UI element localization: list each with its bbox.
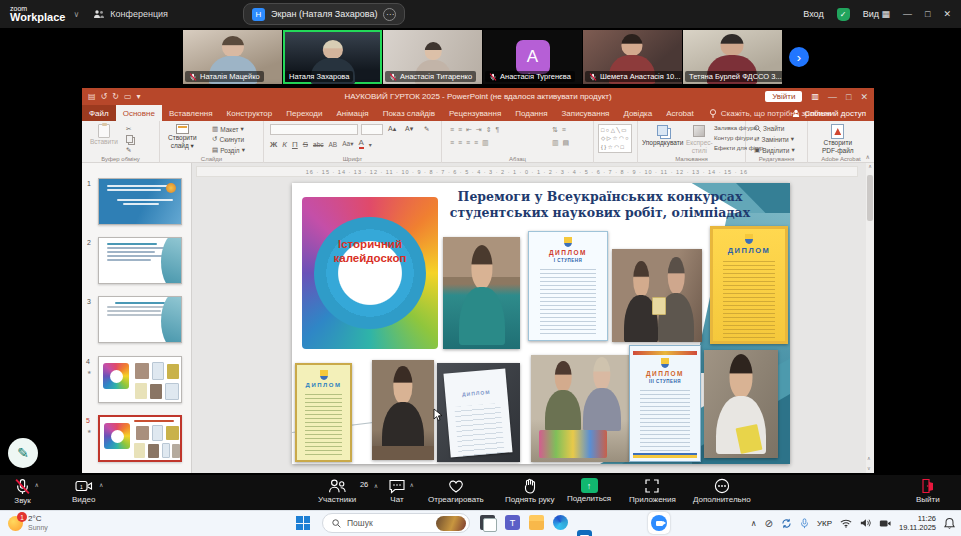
ppt-signin-button[interactable]: Увійти xyxy=(765,91,802,102)
ribbon-display-icon[interactable]: ▥ xyxy=(811,92,819,101)
minimize-button[interactable]: — xyxy=(903,9,912,19)
vertical-scrollbar[interactable]: ∧ ∧ ∨ xyxy=(866,163,874,473)
edge-icon[interactable] xyxy=(553,515,568,530)
quick-access-toolbar[interactable]: ▤ ↺ ↻ ▭ ▾ xyxy=(88,92,141,101)
react-button[interactable]: Отреагировать xyxy=(428,478,484,504)
scrollbar-thumb[interactable] xyxy=(867,175,873,221)
slide-thumbnail-1[interactable] xyxy=(98,178,182,225)
audio-options-icon[interactable]: ∧ xyxy=(35,481,39,488)
annotation-tool-button[interactable]: ✎ xyxy=(8,438,38,468)
slide-thumbnail-3[interactable] xyxy=(98,296,182,343)
participants-options-icon[interactable]: ∧ xyxy=(374,482,378,489)
shrink-font-button[interactable]: А▾ xyxy=(405,125,413,133)
font-name-combobox[interactable] xyxy=(270,124,358,135)
leave-button[interactable]: Выйти xyxy=(916,478,940,504)
participant-tile[interactable]: А Анастасія Тургенєва xyxy=(483,30,582,84)
tab-slideshow[interactable]: Показ слайдів xyxy=(376,105,442,121)
weather-widget[interactable]: 2°C Sunny xyxy=(28,514,48,533)
view-menu[interactable]: Вид ▦ xyxy=(863,9,890,19)
underline-button[interactable]: П xyxy=(292,140,298,149)
tab-home[interactable]: Основне xyxy=(116,105,162,121)
chat-button[interactable]: Чат ∧ xyxy=(388,478,406,504)
sync-icon[interactable] xyxy=(781,518,792,529)
tab-animations[interactable]: Анімація xyxy=(329,105,375,121)
participant-tile[interactable]: Наталія Мацейко xyxy=(183,30,282,84)
section-button[interactable]: ▤Розділ▾ xyxy=(212,146,245,154)
strike-abc-button[interactable]: abc xyxy=(313,141,323,148)
participants-button[interactable]: Участники 26 ∧ xyxy=(318,478,356,504)
select-button[interactable]: ▣Виділити▾ xyxy=(754,146,795,154)
signin-link[interactable]: Вход xyxy=(803,9,823,19)
participant-tile[interactable]: Тетяна Бурлей ФДССО 3... xyxy=(683,30,782,84)
video-button[interactable]: 1 Видео ∧ xyxy=(72,478,95,504)
tray-camera-icon[interactable] xyxy=(879,519,891,528)
text-shadow-button[interactable]: АВ xyxy=(329,141,338,148)
microsoft-store-icon[interactable] xyxy=(577,530,592,536)
copy-button[interactable] xyxy=(126,135,133,143)
kaleidoscope-logo[interactable]: Історичнийкалейдоскоп xyxy=(302,197,438,349)
change-case-button[interactable]: Аа▾ xyxy=(342,140,353,148)
tab-view[interactable]: Подання xyxy=(508,105,554,121)
participant-tile[interactable]: Анастасія Титаренко xyxy=(383,30,482,84)
layout-button[interactable]: ▥Макет▾ xyxy=(212,125,244,133)
notifications-bell-icon[interactable] xyxy=(944,517,955,529)
diploma-yellow[interactable]: ДИПЛОМ xyxy=(710,226,788,344)
create-pdf-button[interactable]: СтворитиPDF-файл xyxy=(822,124,854,155)
tab-insert[interactable]: Вставлення xyxy=(162,105,220,121)
collapse-ribbon-icon[interactable]: ∧ xyxy=(866,153,870,160)
diploma-green-yellow[interactable]: ДИПЛОМ xyxy=(295,363,352,462)
next-slide-icon[interactable]: ∨ xyxy=(867,465,871,471)
tab-help[interactable]: Довідка xyxy=(616,105,659,121)
photo-diploma-document[interactable]: ДИПЛОМ xyxy=(437,363,520,462)
tab-review[interactable]: Рецензування xyxy=(442,105,508,121)
tab-transitions[interactable]: Переходи xyxy=(279,105,329,121)
tab-acrobat[interactable]: Acrobat xyxy=(659,105,701,121)
video-options-icon[interactable]: ∧ xyxy=(99,481,103,488)
taskbar-search[interactable]: Пошук xyxy=(322,513,470,533)
font-color-dropdown[interactable]: ▾ xyxy=(369,141,372,148)
taskbar-clock[interactable]: 11:26 19.11.2025 xyxy=(899,514,936,533)
slide-thumbnail-4[interactable] xyxy=(98,356,182,403)
grow-font-button[interactable]: А▴ xyxy=(388,125,396,133)
zoom-app-icon[interactable] xyxy=(651,515,667,531)
arrange-button[interactable]: Упорядкувати xyxy=(642,125,683,147)
audio-button[interactable]: Звук ∧ xyxy=(14,478,31,505)
participant-tile[interactable]: Шемета Анастасія 10... xyxy=(583,30,682,84)
prev-slide-icon[interactable]: ∧ xyxy=(867,455,871,461)
shapes-row[interactable]: { } ☆ ◠ □ xyxy=(601,143,629,151)
photo-woman-teal-dress[interactable] xyxy=(443,237,520,349)
horizontal-ruler[interactable]: 16 · 15 · 14 · 13 · 12 · 11 · 10 · 9 · 8… xyxy=(196,166,858,177)
slide-thumbnail-2[interactable] xyxy=(98,237,182,284)
smartart-icons[interactable]: ▥ ▤ xyxy=(552,139,570,147)
apps-button[interactable]: Приложения xyxy=(629,478,676,504)
security-shield-icon[interactable]: ✓ xyxy=(837,8,850,21)
font-size-combobox[interactable] xyxy=(361,124,383,135)
tab-file[interactable]: Файл xyxy=(82,105,116,121)
tab-recording[interactable]: Записування xyxy=(555,105,617,121)
ppt-minimize-button[interactable]: — xyxy=(828,92,837,102)
chat-options-icon[interactable]: ∧ xyxy=(410,481,414,488)
search-daily-image[interactable] xyxy=(436,516,466,531)
text-direction-icons[interactable]: ⇅ ≡ xyxy=(552,126,567,134)
more-button[interactable]: Дополнительно xyxy=(693,478,751,504)
diploma-first-degree[interactable]: ДИПЛОМ І СТУПЕНЯ xyxy=(528,231,608,341)
cut-button[interactable]: ✂ xyxy=(126,125,131,133)
ppt-maximize-button[interactable]: □ xyxy=(846,92,851,102)
paragraph-icons-row2[interactable]: ≡ ≡ ≡ ≡ ▥ xyxy=(450,139,490,147)
font-color-button[interactable]: А xyxy=(359,139,364,149)
paragraph-icons-row1[interactable]: ≡ ≡ ⇤ ⇥ ⇕ ¶ xyxy=(450,126,500,134)
ppt-close-button[interactable]: ✕ xyxy=(860,92,868,102)
slide-title[interactable]: Перемоги у Всеукраїнських конкурсах студ… xyxy=(432,189,768,222)
photo-woman-at-desk[interactable] xyxy=(372,360,434,460)
photo-two-women-project[interactable] xyxy=(531,355,629,462)
teams-icon[interactable]: T xyxy=(505,515,520,530)
photo-woman-white-blouse[interactable] xyxy=(704,350,778,458)
raise-hand-button[interactable]: Поднять руку xyxy=(505,478,554,504)
strikethrough-button[interactable]: S xyxy=(303,140,308,149)
close-button[interactable]: ✕ xyxy=(943,9,951,19)
file-explorer-icon[interactable] xyxy=(529,515,544,530)
shapes-row[interactable]: □ ○ △ ╲ ▭ xyxy=(601,126,629,134)
blocked-icon[interactable]: ⊘ xyxy=(765,518,773,529)
maximize-button[interactable]: □ xyxy=(925,9,930,19)
clear-formatting-button[interactable]: ✎ xyxy=(424,125,429,133)
